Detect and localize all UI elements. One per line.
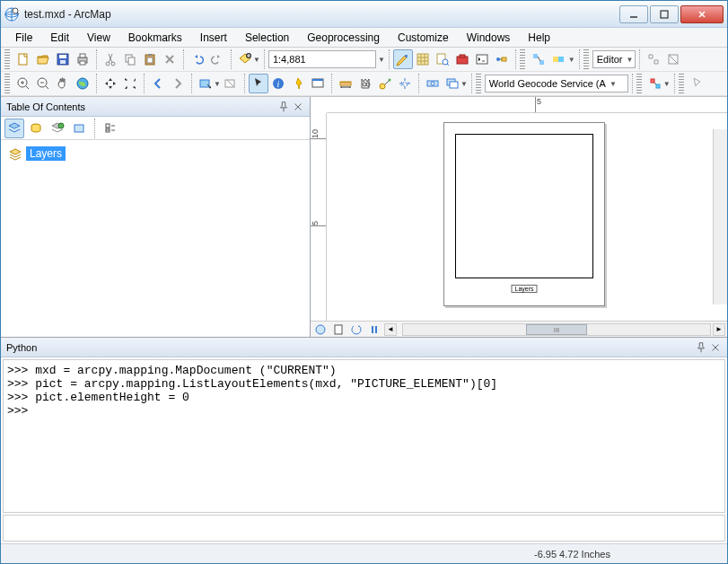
time-slider-button[interactable]: [423, 74, 443, 93]
zoom-in-button[interactable]: [13, 74, 33, 93]
titlebar: test.mxd - ArcMap: [1, 1, 727, 28]
html-popup-button[interactable]: [308, 74, 328, 93]
editor-toolbar-button[interactable]: [393, 49, 413, 69]
close-icon[interactable]: [709, 341, 722, 354]
menu-edit[interactable]: Edit: [43, 30, 76, 46]
pin-icon[interactable]: [277, 101, 290, 113]
copy-button[interactable]: [120, 49, 140, 69]
options-button[interactable]: [101, 119, 120, 138]
search-button[interactable]: [433, 49, 452, 69]
grip-icon[interactable]: [583, 49, 589, 69]
toc-tree[interactable]: Layers: [1, 140, 310, 337]
redo-button[interactable]: [207, 49, 227, 69]
grip-icon[interactable]: [520, 49, 525, 69]
toc-toolbar: [1, 117, 310, 140]
python-output: [3, 515, 725, 542]
edit-tool-button2[interactable]: [663, 49, 683, 69]
back-button[interactable]: [148, 74, 168, 93]
edit-arrow-button[interactable]: [688, 74, 707, 93]
add-data-button[interactable]: [235, 49, 255, 69]
layout-view-button[interactable]: [330, 322, 346, 337]
list-by-source-button[interactable]: [26, 119, 46, 138]
list-by-selection-button[interactable]: [69, 119, 89, 138]
refresh-button[interactable]: [348, 322, 364, 337]
hyperlink-button[interactable]: [288, 74, 308, 93]
python-console[interactable]: >>> mxd = arcpy.mapping.MapDocument ("CU…: [3, 359, 725, 513]
list-by-visibility-button[interactable]: [48, 119, 67, 138]
paste-button[interactable]: [140, 49, 160, 69]
scroll-right-button[interactable]: ►: [713, 323, 725, 336]
snapping-button[interactable]: [645, 74, 665, 93]
grip-icon[interactable]: [679, 74, 684, 93]
menu-file[interactable]: File: [8, 30, 39, 46]
menu-help[interactable]: Help: [521, 30, 557, 46]
model-builder-button[interactable]: [492, 49, 512, 69]
create-viewer-button[interactable]: [443, 74, 462, 93]
forward-button[interactable]: [168, 74, 188, 93]
grip-icon[interactable]: [636, 74, 642, 93]
data-view-button[interactable]: [312, 322, 329, 337]
undo-button[interactable]: [188, 49, 207, 69]
clear-selection-button[interactable]: [221, 74, 241, 93]
svg-rect-26: [477, 55, 487, 64]
georef-layer-button[interactable]: [548, 49, 568, 69]
grip-icon[interactable]: [4, 49, 10, 69]
find-route-button[interactable]: [375, 74, 395, 93]
save-button[interactable]: [53, 49, 73, 69]
vertical-scrollbar[interactable]: [713, 129, 727, 304]
scroll-thumb[interactable]: III: [526, 324, 587, 335]
grip-icon[interactable]: [476, 74, 481, 93]
close-button[interactable]: [680, 5, 724, 23]
edit-tool-button1[interactable]: [644, 49, 663, 69]
svg-rect-42: [312, 79, 323, 81]
menu-insert[interactable]: Insert: [193, 30, 234, 46]
select-elements-button[interactable]: [249, 74, 268, 93]
svg-rect-58: [106, 124, 110, 128]
cut-button[interactable]: [101, 49, 120, 69]
scale-input[interactable]: [268, 50, 376, 68]
svg-rect-29: [533, 54, 538, 58]
menu-bookmarks[interactable]: Bookmarks: [121, 30, 189, 46]
select-features-button[interactable]: [196, 74, 215, 93]
identify-button[interactable]: i: [268, 74, 288, 93]
toc-layers-node[interactable]: Layers: [6, 145, 304, 162]
find-button[interactable]: [355, 74, 375, 93]
full-extent-button[interactable]: [73, 74, 92, 93]
grip-icon[interactable]: [4, 74, 10, 93]
zoom-out-button[interactable]: [33, 74, 53, 93]
arc-toolbox-button[interactable]: [452, 49, 472, 69]
minimize-button[interactable]: [619, 5, 648, 23]
pan-button[interactable]: [53, 74, 73, 93]
print-button[interactable]: [73, 49, 92, 69]
svg-rect-11: [80, 61, 85, 65]
horizontal-scrollbar[interactable]: III: [402, 323, 711, 336]
menu-geoprocessing[interactable]: Geoprocessing: [300, 30, 387, 46]
maximize-button[interactable]: [650, 5, 679, 23]
fixed-zoom-out-button[interactable]: [120, 74, 140, 93]
open-button[interactable]: [33, 49, 53, 69]
svg-point-50: [431, 82, 434, 85]
measure-button[interactable]: [336, 74, 355, 93]
menu-selection[interactable]: Selection: [238, 30, 296, 46]
fixed-zoom-in-button[interactable]: [101, 74, 120, 93]
menu-view[interactable]: View: [80, 30, 118, 46]
catalog-button[interactable]: [413, 49, 433, 69]
data-frame[interactable]: [455, 134, 593, 278]
list-by-drawing-order-button[interactable]: [4, 119, 24, 138]
scroll-left-button[interactable]: ◄: [384, 323, 397, 336]
new-button[interactable]: [13, 49, 33, 69]
menu-windows[interactable]: Windows: [460, 30, 518, 46]
close-icon[interactable]: [292, 101, 304, 113]
geocode-service-dropdown[interactable]: World Geocode Service (A▼: [485, 75, 628, 93]
go-to-xy-button[interactable]: XY: [395, 74, 415, 93]
georef-button[interactable]: [529, 49, 548, 69]
editor-dropdown[interactable]: Editor▼: [592, 50, 636, 68]
svg-rect-20: [405, 55, 408, 57]
python-window-button[interactable]: [472, 49, 492, 69]
menu-customize[interactable]: Customize: [390, 30, 456, 46]
legend-element[interactable]: Layers: [511, 285, 537, 293]
delete-button[interactable]: [160, 49, 180, 69]
pause-button[interactable]: [366, 322, 382, 337]
layout-canvas[interactable]: Layers: [327, 113, 727, 321]
pin-icon[interactable]: [695, 341, 707, 354]
